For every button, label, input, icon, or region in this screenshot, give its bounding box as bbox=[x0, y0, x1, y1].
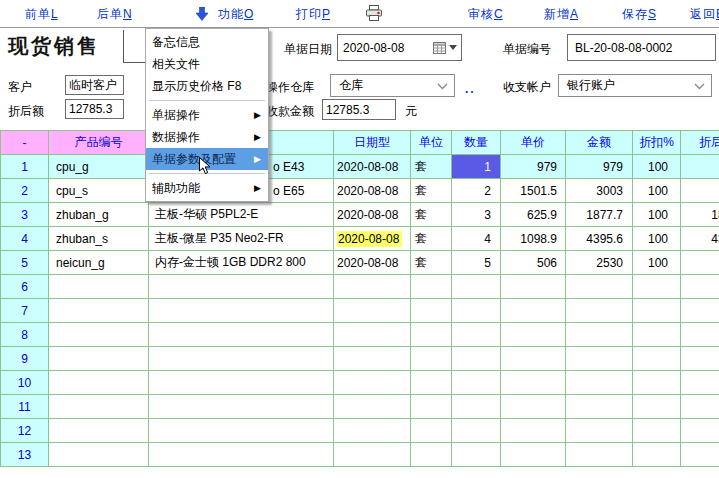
cell-unit-price[interactable] bbox=[501, 323, 566, 347]
cell-quantity[interactable]: 5 bbox=[452, 251, 501, 275]
cell-product-code[interactable]: zhuban_g bbox=[49, 203, 149, 227]
cell-quantity[interactable]: 2 bbox=[452, 179, 501, 203]
cell-row-number[interactable]: 8 bbox=[1, 323, 49, 347]
cell-product-name[interactable]: 内存-金士顿 1GB DDR2 800 bbox=[149, 251, 334, 275]
cell-row-number[interactable]: 7 bbox=[1, 299, 49, 323]
cell-unit[interactable]: 套 bbox=[411, 251, 452, 275]
prev-doc-button[interactable]: 前单L bbox=[25, 6, 58, 23]
menu-item-show-history-price[interactable]: 显示历史价格 F8 bbox=[146, 75, 268, 97]
cell-quantity[interactable] bbox=[452, 323, 501, 347]
cell-final-amount[interactable] bbox=[681, 347, 719, 371]
cell-row-number[interactable]: 5 bbox=[1, 251, 49, 275]
cell-product-code[interactable]: cpu_g bbox=[49, 155, 149, 179]
cell-date[interactable]: 2020-08-08 bbox=[334, 155, 411, 179]
menu-item-doc-operations[interactable]: 单据操作▶ bbox=[146, 104, 268, 126]
cell-amount[interactable]: 1877.7 bbox=[566, 203, 633, 227]
cell-unit[interactable] bbox=[411, 275, 452, 299]
add-new-button[interactable]: 新增A bbox=[544, 6, 578, 23]
cell-product-name[interactable] bbox=[149, 299, 334, 323]
cell-unit-price[interactable]: 625.9 bbox=[501, 203, 566, 227]
printer-icon[interactable] bbox=[364, 5, 384, 25]
menu-item-related-files[interactable]: 相关文件 bbox=[146, 53, 268, 75]
cell-unit[interactable]: 套 bbox=[411, 155, 452, 179]
cell-final-amount[interactable]: 1877.7 bbox=[681, 203, 719, 227]
cell-row-number[interactable]: 4 bbox=[1, 227, 49, 251]
back-button[interactable]: 返回B bbox=[690, 6, 719, 23]
cell-product-name[interactable] bbox=[149, 371, 334, 395]
cell-date[interactable]: 2020-08-08 bbox=[334, 203, 411, 227]
cell-amount[interactable]: 2530 bbox=[566, 251, 633, 275]
cell-product-code[interactable] bbox=[49, 371, 149, 395]
cell-unit-price[interactable] bbox=[501, 371, 566, 395]
cell-discount[interactable]: 100 bbox=[633, 155, 681, 179]
cell-amount[interactable] bbox=[566, 419, 633, 443]
cell-final-amount[interactable] bbox=[681, 443, 719, 467]
received-amount-input[interactable]: 12785.3 bbox=[322, 99, 396, 120]
cell-discount[interactable] bbox=[633, 395, 681, 419]
cell-row-number[interactable]: 1 bbox=[1, 155, 49, 179]
cell-product-name[interactable] bbox=[149, 395, 334, 419]
cell-unit[interactable] bbox=[411, 395, 452, 419]
cell-discount[interactable] bbox=[633, 299, 681, 323]
cell-date[interactable] bbox=[334, 371, 411, 395]
cell-final-amount[interactable]: 979 bbox=[681, 155, 719, 179]
cell-unit[interactable] bbox=[411, 443, 452, 467]
cell-unit[interactable] bbox=[411, 371, 452, 395]
cell-date[interactable]: 2020-08-08 bbox=[334, 227, 411, 251]
cell-date[interactable] bbox=[334, 299, 411, 323]
cell-amount[interactable] bbox=[566, 275, 633, 299]
cell-product-code[interactable] bbox=[49, 347, 149, 371]
menu-item-data-operations[interactable]: 数据操作▶ bbox=[146, 126, 268, 148]
cell-product-name[interactable]: 主板-华硕 P5PL2-E bbox=[149, 203, 334, 227]
menu-item-memo-info[interactable]: 备忘信息 bbox=[146, 31, 268, 53]
cell-amount[interactable] bbox=[566, 299, 633, 323]
cell-discount[interactable] bbox=[633, 275, 681, 299]
cell-amount[interactable] bbox=[566, 395, 633, 419]
cell-date[interactable] bbox=[334, 419, 411, 443]
cell-row-number[interactable]: 12 bbox=[1, 419, 49, 443]
cell-quantity[interactable] bbox=[452, 299, 501, 323]
cell-unit[interactable]: 套 bbox=[411, 203, 452, 227]
cell-unit-price[interactable]: 1501.5 bbox=[501, 179, 566, 203]
cell-quantity[interactable]: 3 bbox=[452, 203, 501, 227]
cell-discount[interactable] bbox=[633, 371, 681, 395]
cell-discount[interactable]: 100 bbox=[633, 203, 681, 227]
cell-unit-price[interactable] bbox=[501, 419, 566, 443]
cell-unit-price[interactable] bbox=[501, 443, 566, 467]
cell-unit[interactable] bbox=[411, 323, 452, 347]
cell-discount[interactable] bbox=[633, 419, 681, 443]
cell-date[interactable] bbox=[334, 347, 411, 371]
cell-discount[interactable] bbox=[633, 323, 681, 347]
cell-quantity[interactable]: 1 bbox=[452, 155, 501, 179]
doc-no-input[interactable]: BL-20-08-08-0002 bbox=[567, 34, 716, 61]
cell-amount[interactable] bbox=[566, 371, 633, 395]
cell-final-amount[interactable]: 4395.6 bbox=[681, 227, 719, 251]
audit-button[interactable]: 审核C bbox=[468, 6, 503, 23]
cell-date[interactable] bbox=[334, 443, 411, 467]
cell-unit[interactable] bbox=[411, 299, 452, 323]
cell-quantity[interactable]: 4 bbox=[452, 227, 501, 251]
down-arrow-icon[interactable] bbox=[196, 7, 208, 24]
cell-amount[interactable]: 4395.6 bbox=[566, 227, 633, 251]
cell-quantity[interactable] bbox=[452, 443, 501, 467]
cell-product-name[interactable] bbox=[149, 443, 334, 467]
cell-product-code[interactable] bbox=[49, 443, 149, 467]
cell-unit-price[interactable]: 979 bbox=[501, 155, 566, 179]
cell-discount[interactable] bbox=[633, 443, 681, 467]
cell-final-amount[interactable] bbox=[681, 395, 719, 419]
cell-quantity[interactable] bbox=[452, 347, 501, 371]
cell-product-name[interactable] bbox=[149, 323, 334, 347]
cell-date[interactable]: 2020-08-08 bbox=[334, 251, 411, 275]
customer-input[interactable]: 临时客户 bbox=[65, 75, 124, 95]
warehouse-select[interactable]: 仓库 bbox=[330, 74, 455, 97]
cell-product-name[interactable] bbox=[149, 275, 334, 299]
next-doc-button[interactable]: 后单N bbox=[97, 6, 132, 23]
cell-amount[interactable]: 979 bbox=[566, 155, 633, 179]
cell-row-number[interactable]: 13 bbox=[1, 443, 49, 467]
cell-product-name[interactable] bbox=[149, 419, 334, 443]
cell-unit[interactable]: 套 bbox=[411, 179, 452, 203]
doc-date-input[interactable]: 2020-08-08 bbox=[337, 34, 462, 61]
cell-final-amount[interactable] bbox=[681, 371, 719, 395]
cell-unit-price[interactable] bbox=[501, 299, 566, 323]
cell-row-number[interactable]: 6 bbox=[1, 275, 49, 299]
